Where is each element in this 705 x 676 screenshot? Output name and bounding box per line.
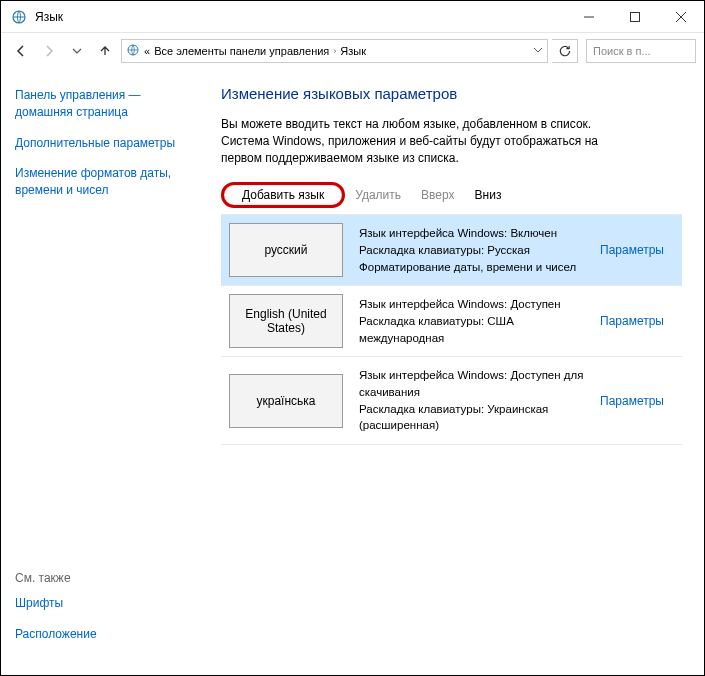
- language-row[interactable]: українськаЯзык интерфейса Windows: Досту…: [221, 356, 682, 445]
- language-button[interactable]: українська: [229, 374, 343, 428]
- language-details: Язык интерфейса Windows: ДоступенРасклад…: [351, 286, 592, 356]
- language-details: Язык интерфейса Windows: Доступен для ск…: [351, 357, 592, 444]
- navbar: « Все элементы панели управления › Язык …: [1, 33, 704, 69]
- add-language-button[interactable]: Добавить язык: [232, 182, 334, 208]
- svg-rect-2: [631, 12, 640, 21]
- highlight-annotation: Добавить язык: [221, 182, 345, 208]
- move-down-button[interactable]: Вниз: [465, 182, 512, 208]
- titlebar: Язык: [1, 1, 704, 33]
- up-button[interactable]: [93, 39, 117, 63]
- language-params-link[interactable]: Параметры: [600, 243, 664, 257]
- forward-button[interactable]: [37, 39, 61, 63]
- see-also-label: См. также: [15, 571, 187, 585]
- language-list: русскийЯзык интерфейса Windows: ВключенР…: [221, 214, 682, 445]
- window-title: Язык: [35, 10, 566, 24]
- language-button[interactable]: English (United States): [229, 294, 343, 348]
- page-description: Вы можете вводить текст на любом языке, …: [221, 116, 641, 166]
- breadcrumb-prefix: «: [144, 45, 150, 57]
- refresh-button[interactable]: [552, 39, 578, 63]
- language-row[interactable]: English (United States)Язык интерфейса W…: [221, 285, 682, 356]
- address-dropdown[interactable]: [533, 45, 543, 57]
- window-controls: [566, 1, 704, 32]
- sidebar-link-extra[interactable]: Дополнительные параметры: [15, 135, 187, 152]
- sidebar-link-location[interactable]: Расположение: [15, 626, 187, 643]
- content: Изменение языковых параметров Вы можете …: [201, 69, 704, 675]
- language-details: Язык интерфейса Windows: ВключенРаскладк…: [351, 215, 592, 285]
- language-row[interactable]: русскийЯзык интерфейса Windows: ВключенР…: [221, 214, 682, 285]
- recent-dropdown[interactable]: [65, 39, 89, 63]
- close-button[interactable]: [658, 1, 704, 32]
- search-placeholder: Поиск в п...: [593, 45, 651, 57]
- minimize-button[interactable]: [566, 1, 612, 32]
- remove-button[interactable]: Удалить: [345, 182, 411, 208]
- language-button[interactable]: русский: [229, 223, 343, 277]
- sidebar-link-home[interactable]: Панель управления — домашняя страница: [15, 87, 187, 121]
- sidebar-link-fonts[interactable]: Шрифты: [15, 595, 187, 612]
- page-title: Изменение языковых параметров: [221, 85, 682, 102]
- address-icon: [126, 43, 140, 60]
- sidebar: Панель управления — домашняя страница До…: [1, 69, 201, 675]
- address-bar[interactable]: « Все элементы панели управления › Язык: [121, 39, 548, 63]
- toolbar: Добавить язык Удалить Вверх Вниз: [221, 182, 682, 208]
- sidebar-link-formats[interactable]: Изменение форматов даты, времени и чисел: [15, 165, 187, 199]
- move-up-button[interactable]: Вверх: [411, 182, 464, 208]
- app-icon: [11, 9, 27, 25]
- language-params-link[interactable]: Параметры: [600, 394, 664, 408]
- breadcrumb-item[interactable]: Все элементы панели управления: [154, 45, 329, 57]
- breadcrumb-sep: ›: [333, 46, 336, 56]
- maximize-button[interactable]: [612, 1, 658, 32]
- language-params-link[interactable]: Параметры: [600, 314, 664, 328]
- search-input[interactable]: Поиск в п...: [586, 39, 696, 63]
- breadcrumb-item[interactable]: Язык: [340, 45, 366, 57]
- back-button[interactable]: [9, 39, 33, 63]
